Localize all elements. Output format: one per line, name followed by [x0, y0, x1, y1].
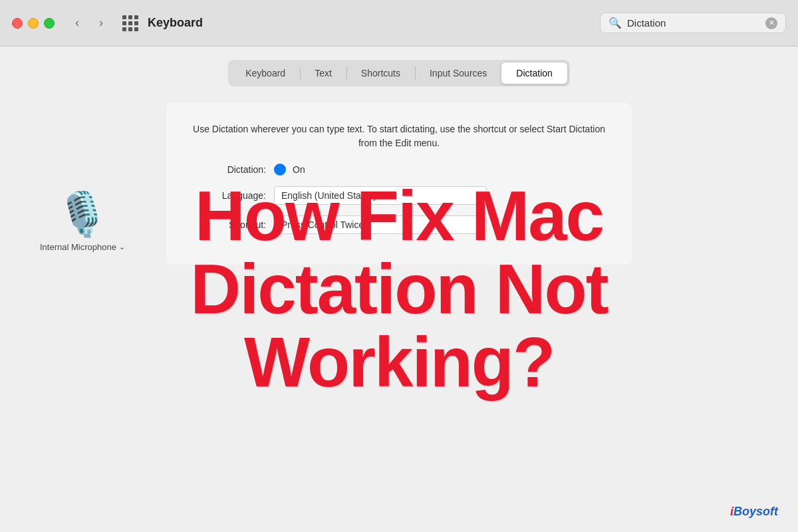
tab-bar: Keyboard Text Shortcuts Input Sources Di… — [228, 60, 570, 86]
microphone-label[interactable]: Internal Microphone ⌄ — [40, 242, 125, 252]
shortcut-label: Shortcut: — [193, 219, 266, 230]
back-button[interactable]: ‹ — [68, 14, 86, 33]
microphone-area: 🎙️ Internal Microphone ⌄ — [40, 193, 125, 252]
language-select-wrapper: English (United States) — [274, 186, 487, 205]
microphone-name: Internal Microphone — [40, 242, 116, 252]
dictation-toggle[interactable] — [274, 164, 286, 176]
shortcut-select-wrapper: Press Control Twice — [274, 215, 487, 234]
branding: iBoysoft — [730, 505, 778, 519]
minimize-button[interactable] — [28, 18, 39, 29]
dictation-label: Dictation: — [193, 164, 266, 175]
overlay-line3: Working? — [244, 326, 554, 399]
settings-panel: Use Dictation wherever you can type text… — [166, 102, 632, 265]
nav-buttons: ‹ › — [68, 14, 110, 33]
main-content: Keyboard Text Shortcuts Input Sources Di… — [0, 47, 798, 532]
branding-suffix: Boysoft — [733, 505, 778, 518]
tab-text[interactable]: Text — [300, 63, 346, 84]
dictation-toggle-area: On — [274, 164, 305, 176]
tab-input-sources[interactable]: Input Sources — [415, 63, 501, 84]
dictation-row: Dictation: On — [193, 164, 605, 176]
search-input[interactable]: Dictation — [627, 17, 760, 29]
titlebar: ‹ › Keyboard 🔍 Dictation ✕ — [0, 0, 798, 47]
close-button[interactable] — [12, 18, 23, 29]
description-text: Use Dictation wherever you can type text… — [193, 122, 605, 150]
branding-text: iBoysoft — [730, 505, 778, 518]
traffic-lights — [12, 18, 55, 29]
window-title: Keyboard — [148, 16, 600, 30]
tab-keyboard[interactable]: Keyboard — [231, 63, 300, 84]
tab-dictation[interactable]: Dictation — [501, 63, 567, 84]
language-row: Language: English (United States) — [193, 186, 605, 205]
forward-button[interactable]: › — [92, 14, 110, 33]
language-select[interactable]: English (United States) — [274, 186, 487, 205]
shortcut-row: Shortcut: Press Control Twice — [193, 215, 605, 234]
tab-shortcuts[interactable]: Shortcuts — [346, 63, 415, 84]
microphone-icon: 🎙️ — [56, 193, 109, 235]
fullscreen-button[interactable] — [44, 18, 55, 29]
search-clear-button[interactable]: ✕ — [765, 17, 777, 29]
search-bar[interactable]: 🔍 Dictation ✕ — [600, 13, 786, 33]
microphone-chevron-icon: ⌄ — [119, 243, 125, 251]
search-icon: 🔍 — [608, 17, 622, 29]
grid-icon[interactable] — [122, 15, 138, 31]
dictation-value: On — [293, 164, 305, 175]
shortcut-select[interactable]: Press Control Twice — [274, 215, 487, 234]
language-label: Language: — [193, 190, 266, 201]
